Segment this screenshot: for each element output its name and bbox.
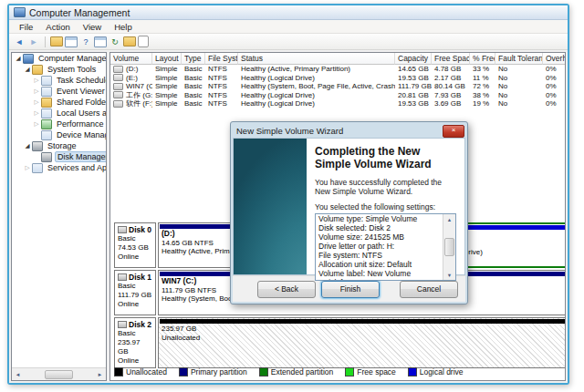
cell-fs: NTFS: [205, 82, 238, 90]
settings-line: Volume size: 241525 MB: [316, 232, 443, 242]
back-button[interactable]: < Back: [257, 281, 316, 298]
disk-label[interactable]: Disk 0Basic74.53 GBOnline: [114, 222, 156, 268]
legend-item: Primary partition: [179, 367, 247, 377]
export-list-icon[interactable]: [50, 36, 63, 46]
table-row[interactable]: 工作 (G:)SimpleBasicNTFSHealthy (Logical D…: [110, 91, 565, 100]
tree-collapsed-arrow-icon[interactable]: ▷: [33, 98, 40, 106]
column-header[interactable]: Capacity: [395, 53, 432, 65]
scroll-thumb[interactable]: [45, 370, 73, 379]
sidebar-item-task-scheduler[interactable]: ▷Task Scheduler: [12, 75, 106, 86]
menu-item-file[interactable]: File: [13, 22, 39, 32]
help-icon[interactable]: ?: [79, 36, 92, 47]
column-header[interactable]: Type: [182, 53, 205, 65]
finish-button[interactable]: Finish: [321, 281, 380, 298]
partition-unallocated[interactable]: 235.97 GBUnallocated: [158, 317, 566, 368]
column-header[interactable]: Status: [238, 53, 395, 65]
sidebar-item-event-viewer[interactable]: ▷Event Viewer: [12, 86, 106, 97]
cell-pct: 33 %: [470, 65, 495, 73]
tree-item-label: Device Manager: [55, 130, 107, 139]
tree-collapsed-arrow-icon[interactable]: ▷: [33, 120, 40, 128]
table-row[interactable]: 软件 (F:)SimpleBasicNTFSHealthy (Logical D…: [110, 99, 565, 108]
settings-listbox[interactable]: Volume type: Simple VolumeDisk selected:…: [315, 213, 456, 281]
cell-layout: Simple: [152, 74, 182, 82]
cell-pct: 11 %: [470, 74, 495, 82]
cell-free: 2.17 GB: [432, 74, 470, 82]
tree-item-label: Local Users and Groups: [55, 108, 107, 118]
dialog-title: New Simple Volume Wizard: [233, 126, 443, 136]
cell-overhead: 0%: [543, 65, 566, 73]
column-header[interactable]: Fault Tolerance: [495, 53, 543, 65]
tree-collapsed-arrow-icon[interactable]: ▷: [33, 109, 40, 117]
column-header[interactable]: File System: [205, 53, 238, 65]
cancel-button[interactable]: Cancel: [400, 281, 458, 298]
column-header[interactable]: Free Space: [432, 53, 470, 65]
column-header[interactable]: Overhead: [543, 53, 566, 65]
cell-free: 4.78 GB: [432, 65, 470, 73]
disk-info-line: Basic: [118, 234, 152, 243]
menu-item-help[interactable]: Help: [108, 22, 139, 32]
legend-color-swatch: [179, 367, 188, 377]
cell-layout: Simple: [152, 82, 182, 90]
settings-line: File system: NTFS: [316, 251, 443, 260]
column-header[interactable]: Volume: [110, 53, 152, 65]
table-row[interactable]: WIN7 (C:)SimpleBasicNTFSHealthy (System,…: [110, 82, 565, 91]
cell-fault: No: [495, 99, 543, 108]
tree-collapsed-arrow-icon[interactable]: ▷: [33, 88, 40, 95]
tree-collapsed-arrow-icon[interactable]: ▷: [24, 164, 31, 171]
table-row[interactable]: (E:)SimpleBasicNTFSHealthy (Logical Driv…: [110, 74, 565, 83]
back-icon[interactable]: ◄: [13, 36, 26, 47]
menu-item-view[interactable]: View: [77, 22, 108, 32]
sidebar-item-storage[interactable]: ◢Storage: [12, 140, 106, 151]
action-pane-icon[interactable]: [94, 36, 107, 47]
cell-capacity: 19.53 GB: [395, 74, 432, 82]
cell-capacity: 19.53 GB: [395, 99, 432, 108]
legend-label: Free space: [357, 367, 396, 377]
title-bar[interactable]: Computer Management: [9, 5, 568, 20]
tree-collapsed-arrow-icon[interactable]: ▷: [33, 77, 40, 84]
cell-capacity: 20.81 GB: [395, 91, 432, 99]
drive-icon: [113, 74, 123, 81]
cell-status: Healthy (System, Boot, Page File, Active…: [238, 82, 395, 90]
disk-tools-icon[interactable]: [138, 36, 149, 47]
settings-scrollbar[interactable]: ▲ ▼: [443, 214, 455, 280]
sidebar-item-disk-management[interactable]: Disk Management: [12, 151, 106, 162]
cell-pct: 72 %: [470, 82, 495, 90]
tree-expanded-arrow-icon[interactable]: ◢: [24, 66, 31, 73]
sidebar-item-computer-management-local[interactable]: ◢Computer Management (Local: [12, 53, 106, 64]
legend-item: Unallocated: [114, 367, 167, 377]
scroll-left-icon[interactable]: ◄: [12, 369, 24, 380]
scroll-track[interactable]: [24, 369, 94, 380]
dialog-title-bar[interactable]: New Simple Volume Wizard ×: [233, 124, 465, 138]
scroll-thumb[interactable]: [444, 238, 454, 256]
storage-icon: [32, 141, 43, 151]
menu-item-action[interactable]: Action: [39, 22, 76, 32]
settings-list: Volume type: Simple VolumeDisk selected:…: [316, 214, 443, 280]
scroll-down-icon[interactable]: ▼: [443, 270, 455, 280]
properties-icon[interactable]: [123, 36, 136, 46]
column-header[interactable]: Layout: [152, 53, 182, 65]
scroll-right-icon[interactable]: ►: [94, 369, 106, 380]
sidebar-item-performance[interactable]: ▷Performance: [12, 119, 106, 129]
scroll-up-icon[interactable]: ▲: [443, 214, 455, 224]
tree-expanded-arrow-icon[interactable]: ◢: [15, 55, 22, 62]
column-header[interactable]: % Free: [470, 53, 495, 65]
sidebar-item-system-tools[interactable]: ◢System Tools: [12, 64, 106, 75]
partition-area: 235.97 GBUnallocated: [158, 317, 561, 368]
sidebar-item-services-and-applications[interactable]: ▷Services and Applications: [12, 162, 106, 173]
refresh-icon[interactable]: ↻: [109, 36, 121, 47]
dialog-body: Completing the New Simple Volume Wizard …: [233, 138, 465, 275]
device-manager-icon: [41, 130, 52, 140]
table-row[interactable]: (D:)SimpleBasicNTFSHealthy (Active, Prim…: [110, 65, 565, 74]
forward-icon[interactable]: ►: [27, 36, 40, 47]
disk-label[interactable]: Disk 1Basic111.79 GBOnline: [114, 270, 156, 315]
console-tree-icon[interactable]: [65, 36, 78, 47]
tree-expanded-arrow-icon[interactable]: ◢: [24, 142, 31, 150]
drive-icon: [113, 83, 123, 90]
tree-h-scrollbar[interactable]: ◄ ►: [12, 367, 106, 380]
disk-label[interactable]: Disk 2Basic235.97 GBOnline: [114, 317, 156, 368]
close-icon[interactable]: ×: [443, 125, 464, 138]
sidebar-item-shared-folders[interactable]: ▷Shared Folders: [12, 97, 106, 108]
services-icon: [32, 163, 43, 173]
sidebar-item-device-manager[interactable]: Device Manager: [12, 129, 106, 140]
sidebar-item-local-users-and-groups[interactable]: ▷Local Users and Groups: [12, 108, 106, 119]
